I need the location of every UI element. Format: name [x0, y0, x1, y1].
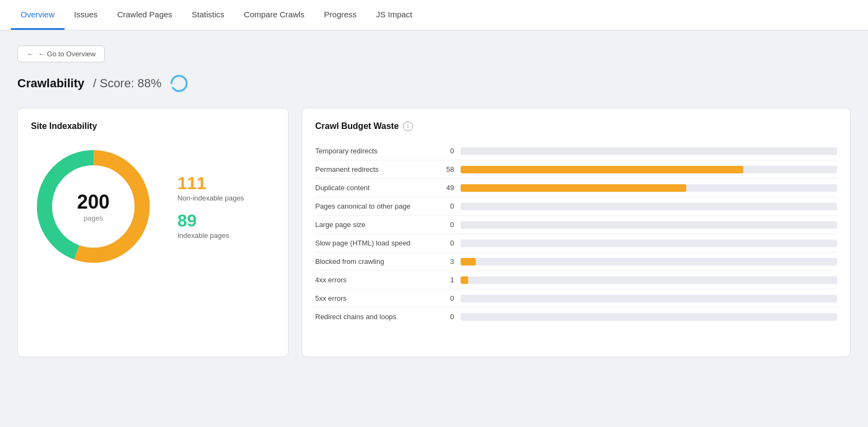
donut-center: 200 pages	[77, 191, 110, 222]
budget-row-name: Blocked from crawling	[315, 257, 435, 266]
budget-row-count: 3	[435, 257, 454, 266]
budget-row-name: 4xx errors	[315, 276, 435, 284]
indexable-legend-item: 89 Indexable pages	[177, 211, 244, 240]
budget-row: Blocked from crawling 3	[315, 253, 837, 271]
nav-item-issues[interactable]: Issues	[65, 0, 107, 30]
budget-row: Permanent redirects 58	[315, 160, 837, 179]
budget-bar-fill	[461, 276, 468, 284]
info-icon[interactable]: i	[403, 121, 413, 131]
budget-row-name: Pages canonical to other page	[315, 202, 435, 210]
budget-row-name: Large page size	[315, 221, 435, 229]
total-pages-number: 200	[77, 191, 110, 214]
crawl-budget-header: Crawl Budget Waste i	[315, 121, 837, 131]
budget-row-name: Redirect chains and loops	[315, 313, 435, 321]
budget-row-name: Duplicate content	[315, 184, 435, 192]
budget-bar-container	[461, 147, 837, 155]
indexable-count: 89	[177, 211, 244, 231]
budget-bar-container	[461, 166, 837, 173]
main-content: ← ← Go to Overview Crawlability / Score:…	[0, 30, 868, 372]
budget-row-name: Slow page (HTML) load speed	[315, 239, 435, 247]
budget-row-count: 0	[435, 147, 454, 155]
nav-item-js-impact[interactable]: JS Impact	[366, 0, 422, 30]
budget-row: Pages canonical to other page 0	[315, 197, 837, 216]
indexability-legend: 111 Non-indexable pages 89 Indexable pag…	[177, 173, 244, 240]
budget-row-count: 0	[435, 221, 454, 229]
donut-area: 200 pages 111 Non-indexable pages 89 Ind…	[31, 144, 275, 269]
budget-rows: Temporary redirects 0 Permanent redirect…	[315, 142, 837, 326]
crawl-budget-title: Crawl Budget Waste	[315, 121, 399, 131]
budget-row: Temporary redirects 0	[315, 142, 837, 160]
budget-row-count: 58	[435, 165, 454, 173]
page-title-row: Crawlability / Score: 88%	[17, 74, 851, 93]
budget-bar-container	[461, 203, 837, 210]
budget-row: Large page size 0	[315, 216, 837, 234]
page-score: / Score: 88%	[93, 76, 161, 90]
budget-bar-container	[461, 221, 837, 229]
back-button-label: ← Go to Overview	[38, 50, 95, 58]
budget-bar-container	[461, 295, 837, 302]
budget-row-count: 0	[435, 239, 454, 247]
budget-bar-container	[461, 313, 837, 321]
budget-row: Duplicate content 49	[315, 179, 837, 197]
cards-row: Site Indexability 200 pages	[17, 108, 851, 357]
budget-bar-container	[461, 184, 837, 192]
svg-point-1	[171, 76, 187, 91]
back-button[interactable]: ← ← Go to Overview	[17, 46, 105, 62]
budget-row-name: Permanent redirects	[315, 165, 435, 173]
crawl-budget-card: Crawl Budget Waste i Temporary redirects…	[302, 108, 851, 357]
budget-bar-container	[461, 240, 837, 247]
budget-bar-fill	[461, 258, 476, 266]
non-indexable-label: Non-indexable pages	[177, 194, 244, 202]
budget-row-name: Temporary redirects	[315, 147, 435, 155]
site-indexability-title: Site Indexability	[31, 121, 275, 131]
budget-row-count: 1	[435, 276, 454, 284]
budget-row-count: 0	[435, 294, 454, 302]
nav-item-crawled-pages[interactable]: Crawled Pages	[107, 0, 182, 30]
site-indexability-card: Site Indexability 200 pages	[17, 108, 289, 357]
budget-bar-fill	[461, 166, 743, 173]
budget-row-count: 0	[435, 202, 454, 210]
budget-row: 4xx errors 1	[315, 271, 837, 289]
indexable-label: Indexable pages	[177, 231, 229, 240]
budget-bar-fill	[461, 184, 686, 192]
total-pages-label: pages	[84, 214, 103, 222]
back-arrow-icon: ←	[27, 50, 34, 58]
page-title: Crawlability	[17, 76, 84, 90]
non-indexable-legend-item: 111 Non-indexable pages	[177, 173, 244, 202]
score-ring-icon	[170, 74, 188, 93]
budget-row-count: 0	[435, 313, 454, 321]
budget-bar-container	[461, 276, 837, 284]
nav-item-overview[interactable]: Overview	[11, 0, 65, 30]
donut-chart: 200 pages	[31, 144, 156, 269]
nav-item-progress[interactable]: Progress	[314, 0, 366, 30]
budget-row-name: 5xx errors	[315, 294, 435, 302]
budget-row: Redirect chains and loops 0	[315, 308, 837, 326]
non-indexable-count: 111	[177, 173, 244, 193]
budget-bar-container	[461, 258, 837, 266]
nav-item-statistics[interactable]: Statistics	[182, 0, 234, 30]
nav-item-compare-crawls[interactable]: Compare Crawls	[234, 0, 315, 30]
budget-row: Slow page (HTML) load speed 0	[315, 234, 837, 253]
budget-row-count: 49	[435, 184, 454, 192]
navigation: Overview Issues Crawled Pages Statistics…	[0, 0, 868, 30]
budget-row: 5xx errors 0	[315, 289, 837, 308]
